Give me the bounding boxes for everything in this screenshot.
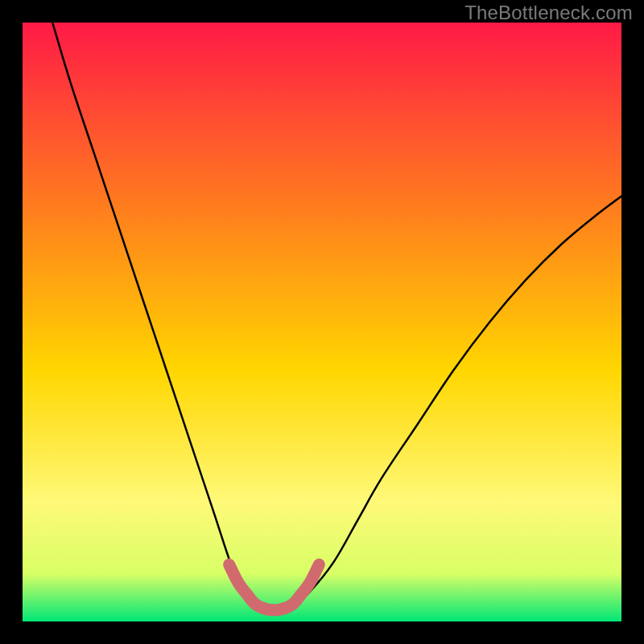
watermark-text: TheBottleneck.com [464,2,633,24]
gradient-background [23,23,621,621]
outer-frame: TheBottleneck.com [0,0,644,644]
bottleneck-chart [23,23,621,621]
plot-area [23,23,621,621]
